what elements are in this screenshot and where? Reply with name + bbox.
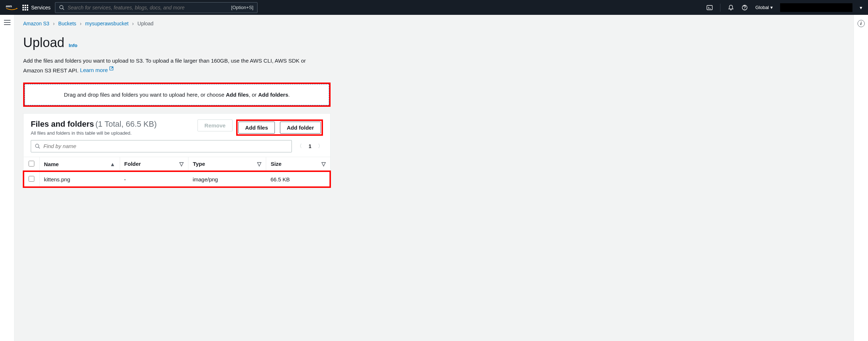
panel-subtitle: All files and folders in this table will…: [31, 130, 197, 136]
select-all-checkbox[interactable]: [29, 161, 34, 167]
learn-more-label: Learn more: [80, 67, 108, 73]
remove-button[interactable]: Remove: [197, 119, 232, 131]
sort-icon: ▽: [322, 161, 326, 167]
prev-page-button[interactable]: 〈: [297, 143, 302, 150]
svg-point-8: [35, 144, 39, 147]
global-search[interactable]: [Option+S]: [55, 2, 258, 13]
svg-line-9: [38, 147, 40, 148]
dropzone-text: Drag and drop files and folders you want…: [64, 92, 226, 98]
desc-text: Add the files and folders you want to up…: [23, 58, 306, 73]
filter-input-wrap[interactable]: [31, 140, 292, 152]
cell-folder: -: [120, 171, 188, 187]
chevron-right-icon: ›: [80, 21, 82, 26]
next-page-button[interactable]: 〉: [318, 143, 323, 150]
filter-row: 〈 1 〉: [24, 140, 330, 157]
col-type-label: Type: [193, 161, 205, 167]
panel-header: Files and folders (1 Total, 66.5 KB) All…: [24, 119, 330, 140]
pagination: 〈 1 〉: [297, 143, 323, 150]
info-panel-icon[interactable]: i: [858, 20, 865, 27]
breadcrumb: Amazon S3 › Buckets › mysuperawsbucket ›…: [23, 21, 845, 26]
info-link[interactable]: Info: [69, 43, 77, 48]
svg-rect-3: [707, 5, 712, 10]
files-panel: Files and folders (1 Total, 66.5 KB) All…: [23, 113, 331, 188]
grid-icon: [22, 5, 28, 10]
col-type[interactable]: Type▽: [188, 157, 266, 171]
table-row[interactable]: kittens.png - image/png 66.5 KB: [24, 171, 330, 187]
breadcrumb-s3[interactable]: Amazon S3: [23, 21, 49, 26]
col-folder[interactable]: Folder▽: [120, 157, 188, 171]
breadcrumb-bucket[interactable]: mysuperawsbucket: [85, 21, 129, 26]
search-icon: [59, 5, 65, 10]
svg-point-1: [60, 5, 63, 9]
col-size[interactable]: Size▽: [266, 157, 330, 171]
filter-input[interactable]: [43, 143, 288, 149]
page-number: 1: [309, 143, 311, 149]
col-name-label: Name: [44, 161, 59, 167]
top-navbar: aws Services [Option+S] Global ▾ ▾: [0, 0, 868, 15]
external-link-icon: [109, 65, 114, 73]
svg-point-6: [745, 9, 745, 9]
main-content: Amazon S3 › Buckets › mysuperawsbucket ›…: [14, 15, 854, 341]
col-size-label: Size: [271, 161, 281, 167]
dropzone-add-files: Add files: [226, 92, 249, 98]
svg-line-2: [63, 8, 64, 10]
cell-type: image/png: [188, 171, 266, 187]
help-icon[interactable]: [741, 4, 748, 11]
sort-asc-icon: ▲: [110, 161, 115, 167]
topnav-right: Global ▾ ▾: [706, 3, 862, 12]
left-sidebar: [0, 15, 14, 341]
panel-actions: Remove Add files Add folder: [197, 119, 323, 136]
region-label: Global: [755, 5, 769, 10]
cloudshell-icon[interactable]: [706, 4, 713, 11]
search-shortcut: [Option+S]: [231, 5, 254, 10]
dropzone-add-folders: Add folders: [258, 92, 288, 98]
files-table: Name▲ Folder▽ Type▽ Size▽ kittens.png - …: [24, 157, 330, 187]
page-header: Upload Info: [23, 35, 845, 50]
cell-name: kittens.png: [39, 171, 120, 187]
right-sidebar: i: [854, 15, 868, 341]
notifications-icon[interactable]: [728, 4, 734, 11]
dropzone-highlight: Drag and drop files and folders you want…: [23, 83, 331, 107]
services-menu[interactable]: Services: [22, 5, 51, 10]
add-folder-button[interactable]: Add folder: [280, 122, 321, 134]
col-name[interactable]: Name▲: [39, 157, 120, 171]
sort-icon: ▽: [179, 161, 184, 167]
cell-size: 66.5 KB: [266, 171, 330, 187]
learn-more-link[interactable]: Learn more: [80, 67, 114, 73]
panel-title: Files and folders: [31, 119, 94, 129]
dropzone-suffix: .: [288, 92, 290, 98]
row-checkbox[interactable]: [29, 176, 34, 182]
layout: Amazon S3 › Buckets › mysuperawsbucket ›…: [0, 15, 868, 341]
page-title: Upload: [23, 35, 64, 50]
sort-icon: ▽: [257, 161, 261, 167]
panel-meta: (1 Total, 66.5 KB): [95, 119, 157, 129]
chevron-right-icon: ›: [132, 21, 134, 26]
svg-text:aws: aws: [6, 4, 12, 8]
add-buttons-highlight: Add files Add folder: [236, 119, 323, 136]
breadcrumb-current: Upload: [137, 21, 153, 26]
search-icon: [35, 143, 41, 149]
chevron-right-icon: ›: [53, 21, 55, 26]
dropzone-mid: , or: [249, 92, 258, 98]
region-selector[interactable]: Global ▾: [755, 5, 773, 10]
col-folder-label: Folder: [124, 161, 141, 167]
search-input[interactable]: [68, 5, 228, 10]
page-description: Add the files and folders you want to up…: [23, 57, 323, 75]
select-all-header[interactable]: [24, 157, 39, 171]
aws-logo[interactable]: aws: [6, 4, 18, 12]
services-label: Services: [31, 5, 51, 10]
account-menu[interactable]: [780, 3, 852, 12]
breadcrumb-buckets[interactable]: Buckets: [58, 21, 76, 26]
add-files-button[interactable]: Add files: [238, 122, 275, 134]
divider: [720, 4, 720, 12]
chevron-down-icon: ▾: [770, 5, 773, 10]
hamburger-icon[interactable]: [4, 20, 10, 25]
chevron-down-icon: ▾: [860, 5, 862, 10]
dropzone[interactable]: Drag and drop files and folders you want…: [25, 84, 329, 105]
